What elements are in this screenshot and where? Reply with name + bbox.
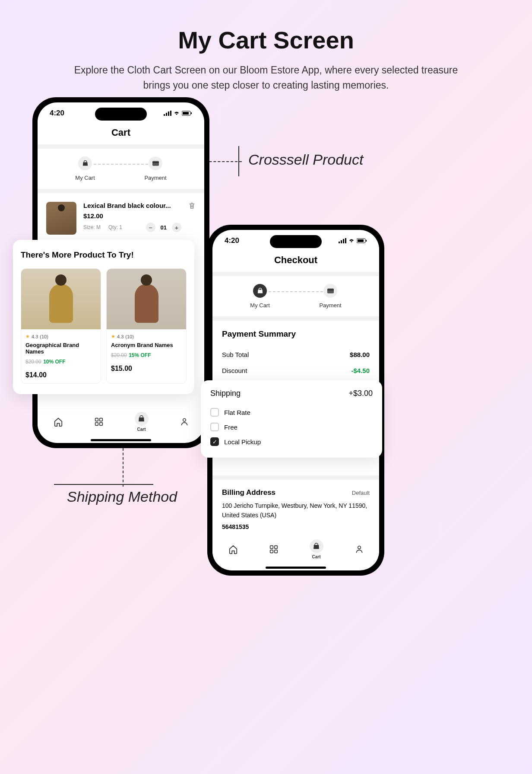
nav-categories[interactable] [95,417,103,426]
step-payment[interactable]: Payment [144,156,166,181]
product-card[interactable]: SALE ★4.3(10) Acronym Brand Names $20.00… [106,268,187,384]
page-subtitle: Explore the Cloth Cart Screen on our Blo… [72,63,460,92]
billing-address: Billing Address Default 100 Jericho Turn… [212,475,379,543]
nav-profile[interactable] [355,545,364,554]
old-price: $20.00 [25,359,41,365]
svg-rect-20 [366,240,367,242]
progress-stepper: My Cart Payment [38,149,204,189]
checkbox-icon [210,408,219,417]
svg-rect-11 [95,423,98,426]
svg-rect-16 [343,239,344,243]
svg-point-13 [183,419,186,422]
svg-rect-5 [183,112,189,115]
status-icons [164,109,192,118]
svg-rect-8 [152,162,159,163]
old-price: $20.00 [111,352,127,358]
bag-icon [313,543,320,550]
step-payment[interactable]: Payment [319,284,341,309]
product-image[interactable] [46,202,76,235]
qty-increase-button[interactable]: + [172,223,181,232]
shipping-title: Shipping [210,389,241,398]
status-icons [339,236,367,245]
grid-icon [95,417,103,426]
shipping-amount: +$3.00 [348,389,373,398]
product-price: $15.00 [111,365,182,373]
home-indicator[interactable] [91,439,151,441]
bag-icon [257,288,263,294]
nav-categories[interactable] [269,545,278,554]
page-title: My Cart Screen [22,26,510,54]
nav-home[interactable] [54,417,63,427]
star-icon: ★ [25,334,30,339]
nav-cart[interactable]: Cart [310,539,323,559]
item-size: Size: M [83,224,101,230]
svg-rect-14 [339,242,340,243]
wifi-icon [173,111,180,116]
nav-profile[interactable] [180,417,189,427]
cart-item: Lexical Brand black colour... $12.00 Siz… [38,193,204,243]
svg-rect-22 [327,290,334,290]
shipping-method-panel: Shipping +$3.00 Flat Rate Free ✓Local Pi… [201,380,382,458]
bottom-nav: Cart [38,408,204,436]
star-icon: ★ [111,334,115,339]
svg-rect-23 [270,546,273,549]
billing-default-label[interactable]: Default [352,490,370,496]
hero: My Cart Screen Explore the Cloth Cart Sc… [22,26,510,92]
svg-rect-25 [270,550,273,553]
home-indicator[interactable] [266,567,326,569]
wifi-icon [348,238,355,243]
svg-rect-17 [345,238,346,243]
notch [95,108,147,121]
step-my-cart[interactable]: My Cart [75,156,95,181]
product-rating: ★4.3(10) [111,334,182,339]
checkbox-icon [210,423,219,431]
qty-value: 01 [161,224,167,231]
svg-rect-6 [191,112,192,114]
bag-icon [82,160,89,167]
user-icon [180,417,189,427]
status-time: 4:20 [50,109,64,118]
battery-icon [182,111,192,116]
discount-label: 10% OFF [43,359,65,365]
delete-button[interactable] [188,202,196,212]
payment-summary-title: Payment Summary [222,329,370,339]
screen-title: Cart [38,121,204,144]
battery-icon [357,238,367,243]
screen-title: Checkout [212,248,379,272]
annotation-crosssell: Crosssell Product [248,151,363,168]
step-label: My Cart [75,175,95,181]
nav-home[interactable] [228,545,238,554]
card-icon [152,161,159,166]
shipping-option-free[interactable]: Free [210,420,373,434]
svg-rect-21 [327,288,334,293]
svg-rect-3 [170,111,171,116]
card-icon [327,288,334,293]
svg-rect-0 [164,114,165,116]
qty-decrease-button[interactable]: − [146,223,155,232]
svg-rect-24 [274,546,277,549]
item-price: $12.00 [83,212,181,220]
product-card[interactable]: ★4.3(10) Geographical Brand Names $20.00… [21,268,101,384]
home-icon [228,545,238,554]
svg-rect-26 [274,550,277,553]
billing-phone: 56481535 [222,522,370,532]
step-label: Payment [319,302,341,309]
svg-rect-7 [152,161,159,166]
svg-rect-10 [99,418,102,421]
notch [270,235,322,248]
shipping-option-local-pickup[interactable]: ✓Local Pickup [210,434,373,449]
step-my-cart[interactable]: My Cart [250,284,270,309]
svg-rect-9 [95,418,98,421]
step-label: My Cart [250,302,270,309]
status-time: 4:20 [225,236,239,245]
bottom-nav: Cart [212,535,379,564]
product-price: $14.00 [25,371,96,379]
user-icon [355,545,364,554]
grid-icon [269,545,278,554]
checkbox-checked-icon: ✓ [210,437,219,446]
signal-icon [339,238,346,243]
crosssell-panel: There's More Product To Try! ★4.3(10) Ge… [13,240,194,394]
shipping-option-flat-rate[interactable]: Flat Rate [210,405,373,420]
nav-cart[interactable]: Cart [135,412,149,432]
crosssell-title: There's More Product To Try! [21,250,187,260]
